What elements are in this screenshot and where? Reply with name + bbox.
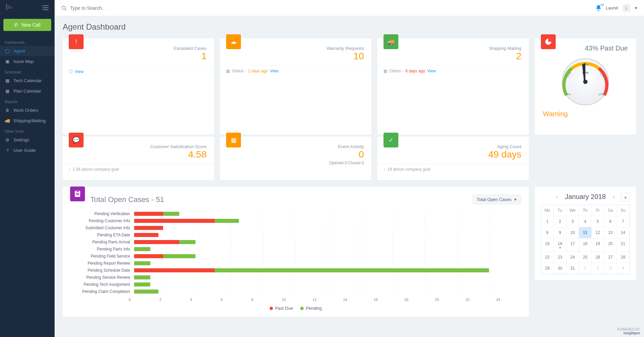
calendar-day[interactable]: 21 xyxy=(617,238,630,252)
calendar-day[interactable]: 2 xyxy=(592,263,604,274)
calendar-next-button[interactable]: › xyxy=(611,193,617,201)
calendar-dow: Sa xyxy=(604,205,617,216)
new-call-button[interactable]: ✆ New Call xyxy=(3,19,51,31)
calendar-day[interactable]: 28 xyxy=(617,252,630,263)
calendar-day[interactable]: 3 xyxy=(604,263,617,274)
nav-icon: ▦ xyxy=(5,89,10,94)
chart-legend: Past Due Pending xyxy=(63,306,529,311)
sidebar-item-user-guide[interactable]: ?User Guide xyxy=(0,145,55,156)
notifications-button[interactable]: 12 xyxy=(596,5,601,11)
calendar-card: + ‹ January 2018 › MoTuWeThFrSaSu1234567… xyxy=(535,187,636,280)
sidebar-item-settings[interactable]: ⚙Settings xyxy=(0,135,55,145)
calendar-day[interactable]: 25 xyxy=(579,252,591,263)
info-icon: ⓘ xyxy=(69,69,73,74)
calendar-day[interactable]: 10 xyxy=(566,227,579,238)
bar-past-due xyxy=(134,212,163,216)
calendar-day[interactable]: 7 xyxy=(617,216,630,227)
chart-filter-dropdown[interactable]: Total Open Cases ▾ xyxy=(472,194,521,205)
calendar-day[interactable]: 22 xyxy=(541,252,554,263)
search-input[interactable] xyxy=(70,5,171,11)
calendar-day[interactable]: 8 xyxy=(541,227,554,238)
bar-label: Pending Parts Arrival xyxy=(70,240,134,244)
calendar-day[interactable]: 29 xyxy=(541,263,554,274)
username[interactable]: Laurel xyxy=(606,5,618,10)
calendar-day[interactable]: 1 xyxy=(579,263,591,274)
chevron-down-icon: ▾ xyxy=(514,197,517,202)
svg-text:0%: 0% xyxy=(566,93,571,96)
calendar-day[interactable]: 2 xyxy=(554,216,566,227)
calendar-day[interactable]: 19 xyxy=(592,238,604,252)
calendar-day[interactable]: 15 xyxy=(541,238,554,252)
calendar-prev-button[interactable]: ‹ xyxy=(553,193,560,201)
view-link[interactable]: View xyxy=(75,69,84,74)
sidebar-item-shipping-mailing[interactable]: 🚚Shipping/Mailing xyxy=(0,115,55,126)
bar-label: Submitted Customer Info xyxy=(70,226,134,230)
bar-pending xyxy=(134,275,150,279)
svg-rect-5 xyxy=(42,9,49,10)
search[interactable] xyxy=(61,5,596,11)
nav-label: Settings xyxy=(13,137,29,142)
hamburger-icon[interactable] xyxy=(42,5,49,10)
avatar[interactable]: L xyxy=(623,4,630,12)
svg-rect-0 xyxy=(6,4,7,10)
bar-pending xyxy=(179,240,195,244)
bar-past-due xyxy=(134,219,215,223)
stat-label: Customer Satisfication Score xyxy=(150,144,207,149)
calendar-day[interactable]: 6 xyxy=(604,216,617,227)
chevron-down-icon[interactable]: ▾ xyxy=(635,5,637,10)
bar-pending xyxy=(215,219,239,223)
bar-row: Pending Service Review xyxy=(70,274,521,281)
calendar-day[interactable]: 4 xyxy=(579,216,591,227)
stat-card-customer-satisfication-score: 💬Customer Satisfication Score4.58↑ 1.08 … xyxy=(63,137,214,180)
bar-pending xyxy=(134,247,150,251)
calendar-day[interactable]: 9 xyxy=(554,227,566,238)
calendar-add-button[interactable]: + xyxy=(621,193,630,202)
stat-card-shipping-mailing: 🚚Shipping Mailing2▦ Oldest - 6 days ago … xyxy=(377,38,529,135)
sidebar-item-tech-calendar[interactable]: ▦Tech Calendar xyxy=(0,75,55,86)
svg-point-8 xyxy=(598,10,599,11)
nav-section-title: Reports xyxy=(0,96,55,105)
calendar-title: January 2018 xyxy=(565,193,606,201)
calendar-day[interactable]: 18 xyxy=(579,238,591,252)
calendar-day[interactable]: 3 xyxy=(566,216,579,227)
up-arrow-icon: ↑ xyxy=(69,167,71,171)
sidebar-item-issue-map[interactable]: ▣Issue Map xyxy=(0,56,55,67)
nav-icon: ▣ xyxy=(5,59,10,64)
bar-label: Pending Customer Info xyxy=(70,218,134,223)
calendar-day[interactable]: 30 xyxy=(554,263,566,274)
calendar-day[interactable]: 5 xyxy=(592,216,604,227)
calendar-day[interactable]: 26 xyxy=(592,252,604,263)
stat-value: 2 xyxy=(489,51,521,62)
stat-card-aging-count: ✓Aging Count49 days↑ 19 above company go… xyxy=(377,137,529,180)
calendar-day[interactable]: 12 xyxy=(592,227,604,238)
calendar-day[interactable]: 20 xyxy=(604,238,617,252)
sidebar-item-plan-calendar[interactable]: ▦Plan Calendar xyxy=(0,86,55,96)
calendar-day[interactable]: 11 xyxy=(579,227,591,238)
stat-label: Aging Count xyxy=(488,144,521,149)
view-link[interactable]: View xyxy=(270,69,279,73)
calendar-day[interactable]: 4 xyxy=(617,263,630,274)
svg-rect-22 xyxy=(76,194,79,195)
calendar-day[interactable]: 23 xyxy=(554,252,566,263)
calendar-day[interactable]: 16 xyxy=(554,238,566,252)
bar-row: Pending Report Review xyxy=(70,260,521,267)
bar-row: Pending Schedule Date xyxy=(70,267,521,274)
legend-dot-pending-icon xyxy=(300,307,304,310)
calendar-dow: Th xyxy=(579,205,591,216)
stat-label: Escalated Cases xyxy=(174,46,207,51)
view-link[interactable]: View xyxy=(427,69,436,73)
sidebar-item-agent[interactable]: ◯Agent xyxy=(0,46,55,56)
calendar-day[interactable]: 31 xyxy=(566,263,579,274)
bar-row: Pending Claim Completion xyxy=(70,288,521,295)
calendar-day[interactable]: 17 xyxy=(566,238,579,252)
calendar-day[interactable]: 13 xyxy=(604,227,617,238)
sidebar-item-work-orders[interactable]: 🗎Work Orders xyxy=(0,105,55,115)
calendar-day[interactable]: 14 xyxy=(617,227,630,238)
calendar-day[interactable]: 1 xyxy=(541,216,554,227)
stat-icon: 🚚 xyxy=(384,34,398,49)
search-icon xyxy=(61,5,67,11)
calendar-day[interactable]: 27 xyxy=(604,252,617,263)
calendar-day[interactable]: 24 xyxy=(566,252,579,263)
nav-label: Tech Calendar xyxy=(13,78,42,83)
nav-icon: ? xyxy=(5,148,10,153)
